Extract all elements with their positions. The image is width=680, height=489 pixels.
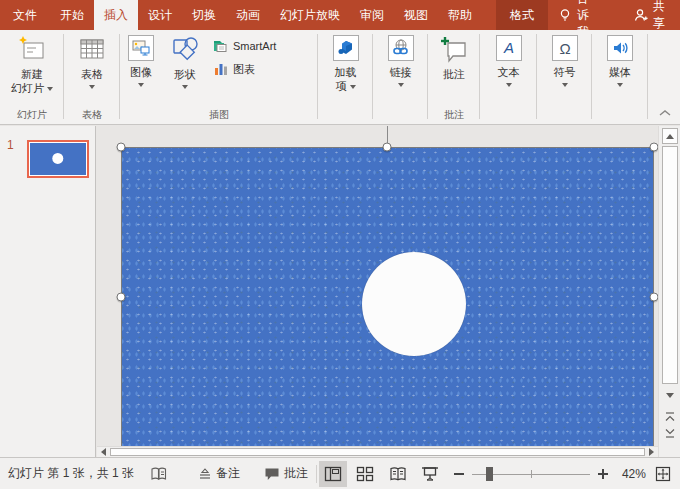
svg-text:A: A (502, 39, 513, 56)
previous-slide-button[interactable] (662, 410, 678, 424)
slide-thumbnail-preview (30, 143, 86, 175)
fit-window-icon (655, 466, 671, 482)
tab-design[interactable]: 设计 (138, 0, 182, 30)
tab-review[interactable]: 审阅 (350, 0, 394, 30)
selected-blue-rectangle-shape[interactable] (121, 147, 654, 446)
normal-view-button[interactable] (319, 461, 347, 487)
lightbulb-icon (557, 7, 573, 23)
ribbon-group-comments: 批注 批注 (428, 30, 480, 124)
tab-transitions[interactable]: 切换 (182, 0, 226, 30)
addins-icon (333, 35, 359, 61)
resize-handle-top-left[interactable] (117, 143, 126, 152)
comments-toggle-button[interactable]: 批注 (256, 458, 316, 489)
tab-slideshow[interactable]: 幻灯片放映 (270, 0, 350, 30)
scroll-up-button[interactable] (662, 128, 678, 144)
svg-text:Ω: Ω (559, 40, 570, 57)
notes-label: 备注 (216, 465, 240, 482)
resize-handle-middle-left[interactable] (117, 293, 126, 302)
table-button[interactable]: 表格 (74, 33, 110, 109)
resize-handle-middle-right[interactable] (650, 293, 659, 302)
zoom-slider[interactable] (472, 467, 590, 481)
new-comment-icon (439, 35, 469, 65)
triangle-down-icon (666, 393, 674, 398)
new-slide-button[interactable]: 新建 幻灯片 (8, 33, 56, 109)
ribbon-group-text: A 文本 (480, 30, 537, 124)
smartart-button[interactable]: SmartArt (213, 38, 276, 54)
share-button[interactable]: 共享 (624, 0, 676, 30)
slideshow-icon (421, 466, 439, 482)
proofing-button[interactable] (142, 458, 176, 489)
triangle-left-icon (101, 448, 106, 456)
dropdown-arrow-icon (398, 83, 404, 87)
zoom-in-button[interactable] (596, 467, 610, 481)
zoom-controls: 42% (452, 463, 680, 485)
tell-me-button[interactable]: 告诉我 (548, 0, 610, 30)
new-comment-button[interactable]: 批注 (436, 33, 472, 109)
vertical-scrollbar[interactable] (658, 126, 680, 457)
slide-thumbnail-1[interactable] (27, 140, 89, 178)
link-icon (388, 35, 414, 61)
tab-file[interactable]: 文件 (0, 0, 50, 30)
zoom-out-button[interactable] (452, 467, 466, 481)
zoom-percentage[interactable]: 42% (614, 467, 646, 481)
comments-label: 批注 (284, 465, 308, 482)
dropdown-arrow-icon (89, 85, 95, 89)
scroll-right-button[interactable] (645, 447, 658, 457)
tab-view[interactable]: 视图 (394, 0, 438, 30)
slideshow-view-button[interactable] (416, 461, 444, 487)
zoom-slider-thumb[interactable] (486, 467, 493, 481)
tab-help[interactable]: 帮助 (438, 0, 482, 30)
omega-icon: Ω (552, 35, 578, 61)
ribbon-group-slides: 新建 幻灯片 幻灯片 (0, 30, 64, 124)
media-icon (607, 35, 633, 61)
reading-view-button[interactable] (383, 461, 411, 487)
slide-sorter-icon (356, 466, 374, 482)
tab-file-label: 文件 (13, 7, 37, 24)
vertical-scrollbar-thumb[interactable] (662, 146, 678, 384)
tab-insert[interactable]: 插入 (94, 0, 138, 30)
slide-editing-canvas[interactable] (97, 126, 658, 446)
horizontal-scrollbar-thumb[interactable] (110, 448, 645, 456)
slide-counter: 幻灯片 第 1 张，共 1 张 (0, 458, 142, 489)
reading-view-icon (389, 466, 407, 482)
fit-slide-to-window-button[interactable] (652, 463, 674, 485)
media-button[interactable]: 媒体 (604, 33, 636, 109)
minus-icon (454, 473, 464, 475)
tab-animations[interactable]: 动画 (226, 0, 270, 30)
work-area: 1 (0, 126, 680, 457)
tab-home[interactable]: 开始 (50, 0, 94, 30)
dropdown-arrow-icon (617, 83, 623, 87)
scroll-down-button[interactable] (662, 388, 678, 402)
double-chevron-down-icon (665, 428, 675, 438)
illustrations-small-buttons: SmartArt 图表 (213, 33, 276, 109)
notes-toggle-button[interactable]: 备注 (190, 458, 248, 489)
text-button[interactable]: A 文本 (493, 33, 525, 109)
links-button[interactable]: 链接 (385, 33, 417, 109)
next-slide-button[interactable] (662, 426, 678, 440)
horizontal-scrollbar[interactable] (97, 446, 658, 457)
collapse-ribbon-button[interactable] (656, 106, 674, 120)
proofing-icon (150, 466, 168, 482)
symbols-button[interactable]: Ω 符号 (549, 33, 581, 109)
slide-number: 1 (7, 138, 14, 152)
tab-format-contextual[interactable]: 格式 (496, 0, 548, 30)
resize-handle-top-right[interactable] (650, 143, 659, 152)
ribbon: 新建 幻灯片 幻灯片 表格 表格 (0, 30, 680, 125)
images-button[interactable]: 图像 (125, 33, 157, 109)
dropdown-arrow-icon (350, 85, 356, 89)
shapes-button[interactable]: 形状 (167, 33, 203, 109)
resize-handle-top-center[interactable] (383, 143, 392, 152)
ribbon-group-media: 媒体 (592, 30, 648, 124)
addins-button[interactable]: 加载 项 (330, 33, 362, 109)
ribbon-group-tables: 表格 表格 (64, 30, 120, 124)
powerpoint-window: 文件 开始 插入 设计 切换 动画 幻灯片放映 审阅 视图 帮助 格式 告诉我 … (0, 0, 680, 489)
triangle-up-icon (666, 134, 674, 139)
white-circle-shape[interactable] (362, 252, 466, 356)
comment-bubble-icon (264, 467, 280, 481)
slide-sorter-view-button[interactable] (351, 461, 379, 487)
chart-button[interactable]: 图表 (213, 61, 276, 77)
status-bar: 幻灯片 第 1 张，共 1 张 备注 批注 (0, 457, 680, 489)
scroll-left-button[interactable] (97, 447, 110, 457)
group-label-tables: 表格 (64, 108, 120, 122)
text-icon: A (496, 35, 522, 61)
